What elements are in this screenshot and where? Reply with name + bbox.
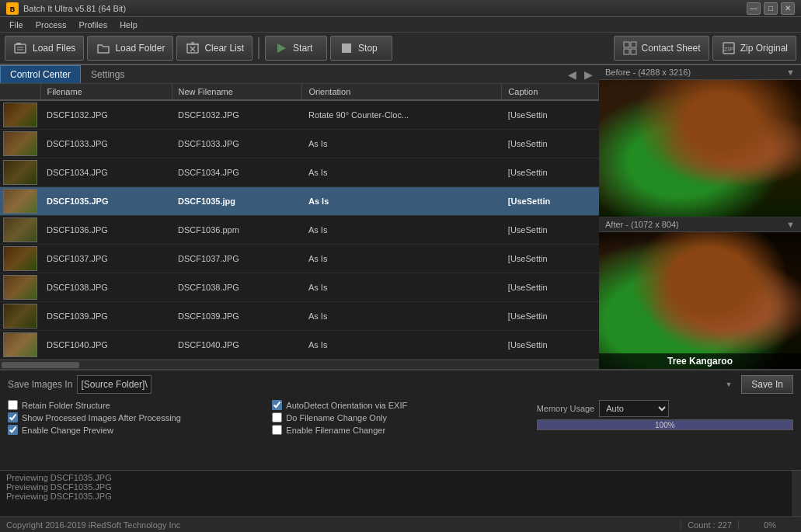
row-orientation: As Is: [302, 273, 502, 302]
row-orientation: As Is: [302, 331, 502, 360]
hscroll-thumb[interactable]: [2, 362, 79, 368]
maximize-button[interactable]: □: [764, 2, 778, 15]
filename-changer-checkbox[interactable]: [272, 425, 282, 435]
table-row[interactable]: DSCF1033.JPGDSCF1033.JPGAs Is[UseSettin: [0, 130, 599, 158]
tab-next-icon[interactable]: ▶: [581, 67, 596, 82]
horizontal-scrollbar[interactable]: [0, 360, 599, 369]
row-filename: DSCF1040.JPG: [40, 331, 172, 360]
col-new-filename[interactable]: New Filename: [172, 84, 302, 100]
row-filename: DSCF1037.JPG: [40, 245, 172, 273]
tab-settings[interactable]: Settings: [81, 65, 134, 83]
contact-sheet-icon: [622, 40, 638, 56]
filename-changer-option: Enable Filename Changer: [272, 425, 528, 435]
memory-select[interactable]: Auto 256MB 512MB 1GB 2GB: [599, 400, 669, 417]
contact-sheet-button[interactable]: Contact Sheet: [614, 36, 709, 61]
svg-rect-15: [624, 49, 629, 54]
load-files-button[interactable]: Load Files: [5, 36, 84, 61]
close-button[interactable]: ✕: [781, 2, 795, 15]
row-new-filename: DSCF1033.JPG: [172, 130, 302, 158]
svg-marker-11: [277, 43, 286, 53]
minimize-button[interactable]: —: [747, 2, 761, 15]
row-caption: [UseSettin: [502, 100, 599, 130]
row-orientation: As Is: [302, 216, 502, 245]
menu-profiles[interactable]: Profiles: [72, 19, 113, 31]
before-image-content: [599, 80, 801, 217]
log-lines: Previewing DSCF1035.JPGPreviewing DSCF10…: [6, 473, 795, 501]
enable-preview-checkbox[interactable]: [8, 425, 18, 435]
table-row[interactable]: DSCF1038.JPGDSCF1038.JPGAs Is[UseSettin: [0, 273, 599, 302]
row-new-filename: DSCF1040.JPG: [172, 331, 302, 360]
status-copyright: Copyright 2016-2019 iRedSoft Technology …: [0, 520, 681, 530]
titlebar: B Batch It Ultra v5.81 (64 Bit) — □ ✕: [0, 0, 801, 17]
show-processed-option: Show Processed Images After Processing: [8, 412, 264, 422]
stop-button[interactable]: Stop: [330, 36, 392, 61]
row-orientation: As Is: [302, 187, 502, 216]
save-in-button[interactable]: Save In: [741, 375, 793, 394]
window-controls: — □ ✕: [747, 2, 795, 15]
retain-folder-checkbox[interactable]: [8, 400, 18, 410]
preview-panel: Before - (4288 x 3216) ▼ After - (1072 x…: [599, 65, 801, 369]
before-preview-section: Before - (4288 x 3216) ▼: [599, 65, 801, 217]
zip-original-button[interactable]: ZIP Zip Original: [712, 36, 796, 61]
load-folder-label: Load Folder: [115, 43, 165, 54]
row-orientation: As Is: [302, 302, 502, 331]
progress-row: 100%: [537, 419, 793, 430]
table-row[interactable]: DSCF1035.JPGDSCF1035.jpgAs Is[UseSettin: [0, 187, 599, 216]
col-filename[interactable]: Filename: [40, 84, 172, 100]
zip-original-icon: ZIP: [721, 40, 737, 56]
progress-bar: 100%: [537, 419, 793, 430]
row-filename: DSCF1032.JPG: [40, 100, 172, 130]
table-row[interactable]: DSCF1032.JPGDSCF1032.JPGRotate 90° Count…: [0, 100, 599, 130]
filename-change-checkbox[interactable]: [272, 412, 282, 422]
after-preview-title: After - (1072 x 804): [605, 220, 679, 229]
start-button[interactable]: Start: [265, 36, 327, 61]
load-folder-button[interactable]: Load Folder: [87, 36, 173, 61]
table-row[interactable]: DSCF1039.JPGDSCF1039.JPGAs Is[UseSettin: [0, 302, 599, 331]
tab-prev-icon[interactable]: ◀: [565, 67, 580, 82]
before-preview-arrow[interactable]: ▼: [786, 68, 795, 77]
menu-process[interactable]: Process: [30, 19, 73, 31]
row-thumb: [0, 302, 40, 331]
row-thumb: [0, 130, 40, 158]
row-thumb: [0, 273, 40, 302]
svg-rect-14: [631, 42, 636, 47]
file-table: Filename New Filename Orientation Captio…: [0, 84, 599, 360]
menu-help[interactable]: Help: [113, 19, 144, 31]
row-filename: DSCF1034.JPG: [40, 158, 172, 187]
after-preview-header: After - (1072 x 804) ▼: [599, 217, 801, 232]
row-new-filename: DSCF1032.JPG: [172, 100, 302, 130]
toolbar-right-section: Contact Sheet ZIP Zip Original: [614, 36, 796, 61]
autodetect-checkbox[interactable]: [272, 400, 282, 410]
svg-rect-12: [342, 43, 351, 53]
row-caption: [UseSettin: [502, 273, 599, 302]
clear-list-button[interactable]: Clear List: [176, 36, 252, 61]
autodetect-label: AutoDetect Orientation via EXIF: [286, 401, 407, 410]
col-orientation[interactable]: Orientation: [302, 84, 502, 100]
table-row[interactable]: DSCF1036.JPGDSCF1036.ppmAs Is[UseSettin: [0, 216, 599, 245]
tab-control-center[interactable]: Control Center: [0, 65, 81, 83]
after-preview-arrow[interactable]: ▼: [786, 220, 795, 229]
svg-rect-3: [16, 43, 21, 45]
log-line: Previewing DSCF1035.JPG: [6, 492, 795, 501]
row-new-filename: DSCF1038.JPG: [172, 273, 302, 302]
row-thumb: [0, 100, 40, 130]
after-preview-section: After - (1072 x 804) ▼ Tree Kangaroo: [599, 217, 801, 369]
menu-file[interactable]: File: [3, 19, 30, 31]
memory-label: Memory Usage: [537, 404, 595, 413]
row-orientation: As Is: [302, 158, 502, 187]
log-line: Previewing DSCF1035.JPG: [6, 473, 795, 482]
retain-folder-option: Retain Folder Structure: [8, 400, 264, 410]
show-processed-checkbox[interactable]: [8, 412, 18, 422]
table-row[interactable]: DSCF1037.JPGDSCF1037.JPGAs Is[UseSettin: [0, 245, 599, 273]
table-row[interactable]: DSCF1040.JPGDSCF1040.JPGAs Is[UseSettin: [0, 331, 599, 360]
row-orientation: Rotate 90° Counter-Cloc...: [302, 100, 502, 130]
log-scrollbar[interactable]: [792, 471, 801, 516]
file-table-container[interactable]: Filename New Filename Orientation Captio…: [0, 84, 599, 360]
save-path-select[interactable]: [Source Folder]\: [77, 375, 151, 394]
tab-bar: Control Center Settings ◀ ▶: [0, 65, 599, 84]
row-new-filename: DSCF1035.jpg: [172, 187, 302, 216]
show-processed-label: Show Processed Images After Processing: [22, 413, 181, 422]
load-files-icon: [13, 40, 29, 56]
table-row[interactable]: DSCF1034.JPGDSCF1034.JPGAs Is[UseSettin: [0, 158, 599, 187]
col-caption[interactable]: Caption: [502, 84, 599, 100]
